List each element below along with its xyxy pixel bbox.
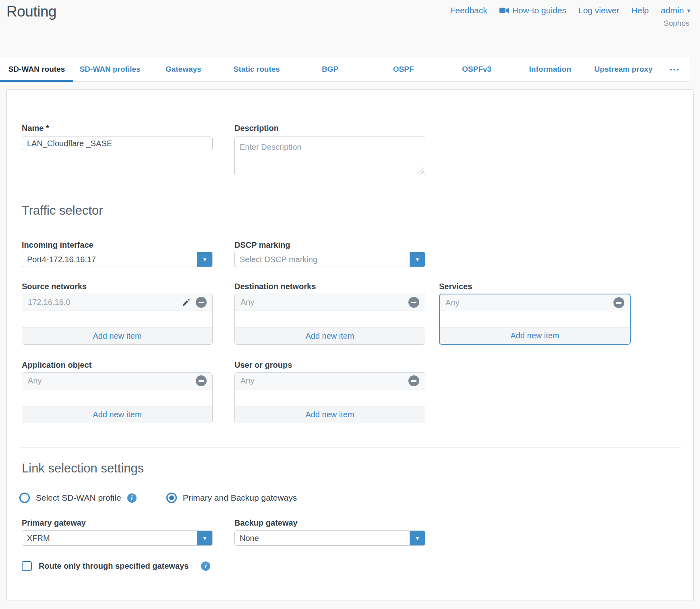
edit-pencil-icon[interactable] <box>182 298 191 307</box>
tab-overflow-button[interactable]: ••• <box>660 57 690 81</box>
primary-gateway-label: Primary gateway <box>22 518 213 528</box>
list-item: Any <box>22 373 212 389</box>
add-new-item-button[interactable]: Add new item <box>22 406 212 423</box>
primary-gateway-select[interactable]: XFRM ▼ <box>22 530 213 546</box>
dscp-marking-label: DSCP marking <box>234 240 425 250</box>
application-object-listbox: Any Add new item <box>22 372 213 423</box>
listbox-body <box>235 389 425 406</box>
remove-minus-icon[interactable] <box>408 375 419 386</box>
incoming-interface-label: Incoming interface <box>22 240 213 250</box>
list-item-value: Any <box>240 298 254 307</box>
chevron-down-icon[interactable]: ▼ <box>410 530 425 546</box>
list-item: 172.16.16.0 <box>22 294 212 311</box>
list-item-value: 172.16.16.0 <box>28 298 70 307</box>
account-menu[interactable]: admin ▾ <box>661 6 690 15</box>
source-networks-listbox: 172.16.16.0 Add new item <box>22 294 213 345</box>
user-or-groups-label: User or groups <box>234 360 425 370</box>
header-links: Feedback How-to guides Log viewer Help a… <box>450 6 690 15</box>
description-label: Description <box>234 124 425 133</box>
tab-bgp[interactable]: BGP <box>293 57 367 81</box>
primary-backup-radio[interactable] <box>166 493 177 503</box>
route-only-checkbox[interactable] <box>22 561 32 571</box>
tab-sdwan-profiles[interactable]: SD-WAN profiles <box>73 57 147 81</box>
link-selection-heading: Link selection settings <box>22 461 144 476</box>
remove-minus-icon[interactable] <box>408 297 419 308</box>
tab-ospfv3[interactable]: OSPFv3 <box>440 57 514 81</box>
add-new-item-button[interactable]: Add new item <box>235 327 425 344</box>
chevron-down-icon[interactable]: ▼ <box>410 252 425 267</box>
incoming-interface-value: Port4-172.16.16.17 <box>27 255 96 264</box>
tab-information[interactable]: Information <box>514 57 587 81</box>
tab-sdwan-routes[interactable]: SD-WAN routes <box>0 57 73 81</box>
list-item-value: Any <box>445 298 459 307</box>
services-label: Services <box>439 282 631 291</box>
chevron-down-icon[interactable]: ▼ <box>197 530 213 546</box>
services-listbox: Any Add new item <box>439 294 631 345</box>
add-new-item-button[interactable]: Add new item <box>440 327 630 344</box>
name-label: Name * <box>22 124 213 133</box>
backup-gateway-label: Backup gateway <box>234 518 425 528</box>
page-title: Routing <box>6 3 56 20</box>
incoming-interface-select[interactable]: Port4-172.16.16.17 ▼ <box>22 252 213 267</box>
brand-label: Sophos <box>664 19 690 28</box>
remove-minus-icon[interactable] <box>613 297 624 308</box>
section-divider <box>19 447 681 448</box>
sdwan-profile-radio[interactable] <box>19 493 30 503</box>
list-item-value: Any <box>28 376 41 385</box>
remove-minus-icon[interactable] <box>196 297 207 308</box>
dscp-marking-placeholder: Select DSCP marking <box>240 255 317 264</box>
tab-ospf[interactable]: OSPF <box>367 57 440 81</box>
list-item: Any <box>440 294 630 311</box>
feedback-link[interactable]: Feedback <box>450 6 487 15</box>
traffic-selector-heading: Traffic selector <box>22 203 103 218</box>
list-item: Any <box>235 294 425 311</box>
howto-guides-label: How-to guides <box>512 6 566 15</box>
destination-networks-label: Destination networks <box>234 282 425 291</box>
minus-bar <box>199 380 204 382</box>
info-icon[interactable]: i <box>201 561 210 571</box>
minus-bar <box>199 302 204 303</box>
tab-static-routes[interactable]: Static routes <box>220 57 293 81</box>
primary-backup-radio-label: Primary and Backup gateways <box>183 493 297 503</box>
minus-bar <box>411 380 416 382</box>
add-new-item-button[interactable]: Add new item <box>235 406 425 423</box>
chevron-down-icon[interactable]: ▼ <box>197 252 213 267</box>
primary-gateway-value: XFRM <box>27 534 50 543</box>
sdwan-profile-radio-label: Select SD-WAN profile <box>36 493 121 503</box>
tab-upstream-proxy[interactable]: Upstream proxy <box>587 57 660 81</box>
content-panel: Name * Description Traffic selector Inco… <box>6 89 694 601</box>
user-or-groups-listbox: Any Add new item <box>234 372 425 423</box>
remove-minus-icon[interactable] <box>196 375 207 386</box>
name-input[interactable] <box>22 137 213 150</box>
tab-gateways[interactable]: Gateways <box>147 57 220 81</box>
route-only-checkbox-label: Route only through specified gateways <box>39 561 188 571</box>
help-link[interactable]: Help <box>632 6 649 15</box>
backup-gateway-select[interactable]: None ▼ <box>234 530 425 546</box>
howto-guides-link[interactable]: How-to guides <box>499 6 566 15</box>
destination-networks-listbox: Any Add new item <box>234 294 425 345</box>
application-object-label: Application object <box>22 360 213 370</box>
list-item-value: Any <box>240 376 254 385</box>
listbox-body <box>22 389 212 406</box>
info-icon[interactable]: i <box>127 493 137 503</box>
video-camera-icon <box>499 7 509 14</box>
minus-bar <box>411 302 416 303</box>
log-viewer-link[interactable]: Log viewer <box>578 6 619 15</box>
dscp-marking-select[interactable]: Select DSCP marking ▼ <box>234 252 425 267</box>
tab-bar: SD-WAN routes SD-WAN profiles Gateways S… <box>0 57 690 82</box>
description-input[interactable] <box>234 137 425 175</box>
section-divider <box>19 192 681 192</box>
list-item: Any <box>235 373 425 389</box>
source-networks-label: Source networks <box>22 282 213 291</box>
listbox-body <box>440 311 630 327</box>
caret-down-icon: ▾ <box>687 7 690 14</box>
add-new-item-button[interactable]: Add new item <box>22 327 212 344</box>
account-label: admin <box>661 6 684 15</box>
listbox-body <box>235 311 425 327</box>
listbox-body <box>22 311 212 327</box>
minus-bar <box>616 302 621 304</box>
backup-gateway-value: None <box>240 534 259 543</box>
